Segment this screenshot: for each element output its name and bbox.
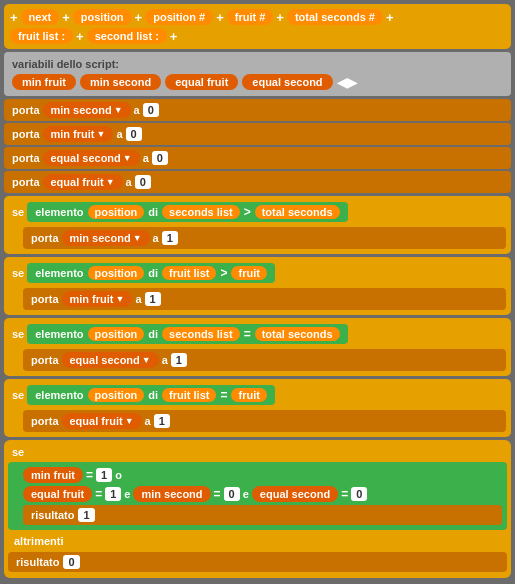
fruit-pill-4[interactable]: fruit	[231, 388, 266, 402]
porta-var-3[interactable]: equal second ▼	[43, 150, 140, 166]
position-pill-2[interactable]: position	[88, 266, 145, 280]
val-3: 0	[152, 151, 168, 165]
condition-1: elemento position di seconds list > tota…	[27, 202, 347, 222]
se-header-1: se elemento position di seconds list > t…	[7, 199, 508, 225]
variables-label: variabili dello script:	[12, 58, 503, 70]
plus-icon-8[interactable]: +	[170, 29, 178, 44]
position-pill-3[interactable]: position	[88, 327, 145, 341]
variable-pills: min fruit min second equal fruit equal s…	[12, 74, 503, 90]
fruit-list-pill-2[interactable]: fruit list	[162, 266, 216, 280]
plus-icon-7[interactable]: +	[76, 29, 84, 44]
porta-var-1[interactable]: min second ▼	[43, 102, 131, 118]
es-val: 0	[351, 487, 367, 501]
porta-var-4[interactable]: equal fruit ▼	[43, 174, 123, 190]
porta-label-s1: porta	[31, 232, 59, 244]
var-equal-second[interactable]: equal second	[242, 74, 332, 90]
porta-label-3: porta	[12, 152, 40, 164]
var-equal-fruit[interactable]: equal fruit	[165, 74, 238, 90]
plus-icon-2[interactable]: +	[62, 10, 70, 25]
cond-row-1: min fruit = 1 o	[23, 467, 502, 483]
big-se-block: se min fruit = 1 o equal fruit = 1 e min…	[4, 440, 511, 578]
total-seconds-pill-1[interactable]: total seconds	[255, 205, 340, 219]
var-min-second[interactable]: min second	[80, 74, 161, 90]
val-2: 0	[126, 127, 142, 141]
position-pill-4[interactable]: position	[88, 388, 145, 402]
val-1: 0	[143, 103, 159, 117]
a-label-s2: a	[135, 293, 141, 305]
se-label-3: se	[12, 328, 24, 340]
se-block-2: se elemento position di fruit list > fru…	[4, 257, 511, 315]
hat-block: + next + position + position # + fruit #…	[4, 4, 511, 49]
fruit-list-pill[interactable]: fruit list :	[10, 28, 73, 44]
porta-label-2: porta	[12, 128, 40, 140]
se-body-3: porta equal second ▼ a 1	[7, 347, 508, 373]
porta-var-s2[interactable]: min fruit ▼	[62, 291, 133, 307]
fruit-pill-2[interactable]: fruit	[231, 266, 266, 280]
se-big-label: se	[12, 446, 24, 458]
arrows-icon[interactable]: ◀▶	[337, 75, 357, 90]
total-seconds-pill-3[interactable]: total seconds	[255, 327, 340, 341]
plus-icon-4[interactable]: +	[216, 10, 224, 25]
a-label-4: a	[126, 176, 132, 188]
porta-min-fruit: porta min fruit ▼ a 0	[0, 123, 515, 145]
se-block-4: se elemento position di fruit list = fru…	[4, 379, 511, 437]
se-block-3: se elemento position di seconds list = t…	[4, 318, 511, 376]
condition-3: elemento position di seconds list = tota…	[27, 324, 347, 344]
position-pill-1[interactable]: position	[88, 205, 145, 219]
porta-var-2[interactable]: min fruit ▼	[43, 126, 114, 142]
se-label-4: se	[12, 389, 24, 401]
val-s1: 1	[162, 231, 178, 245]
di-label-4: di	[148, 389, 158, 401]
porta-label-1: porta	[12, 104, 40, 116]
position-hash-pill[interactable]: position #	[145, 9, 213, 25]
plus-icon-1[interactable]: +	[10, 10, 18, 25]
min-fruit-var[interactable]: min fruit	[23, 467, 83, 483]
se-header-2: se elemento position di fruit list > fru…	[7, 260, 508, 286]
total-seconds-pill[interactable]: total seconds #	[287, 9, 383, 25]
min-second-var[interactable]: min second	[133, 486, 210, 502]
gt-2: >	[220, 266, 227, 280]
elem-label-2: elemento	[35, 267, 83, 279]
o-label: o	[115, 469, 122, 481]
risultato-label-1: risultato	[31, 509, 74, 521]
a-label-2: a	[116, 128, 122, 140]
a-label-s3: a	[162, 354, 168, 366]
porta-var-s1[interactable]: min second ▼	[62, 230, 150, 246]
equal-second-var[interactable]: equal second	[252, 486, 338, 502]
a-label-3: a	[143, 152, 149, 164]
cond-row-2: equal fruit = 1 e min second = 0 e equal…	[23, 486, 502, 502]
mf-val: 1	[96, 468, 112, 482]
next-pill[interactable]: next	[21, 9, 60, 25]
a-label-s4: a	[145, 415, 151, 427]
elem-label-3: elemento	[35, 328, 83, 340]
eq-big-4: =	[341, 487, 348, 501]
second-list-pill[interactable]: second list :	[87, 28, 167, 44]
se-body-2: porta min fruit ▼ a 1	[7, 286, 508, 312]
plus-icon-6[interactable]: +	[386, 10, 394, 25]
porta-var-s3[interactable]: equal second ▼	[62, 352, 159, 368]
seconds-list-pill-1[interactable]: seconds list	[162, 205, 240, 219]
ef-val: 1	[105, 487, 121, 501]
position-pill[interactable]: position	[73, 9, 132, 25]
seconds-list-pill-3[interactable]: seconds list	[162, 327, 240, 341]
fruit-list-pill-4[interactable]: fruit list	[162, 388, 216, 402]
equal-fruit-var[interactable]: equal fruit	[23, 486, 92, 502]
porta-var-s4[interactable]: equal fruit ▼	[62, 413, 142, 429]
big-se-body: min fruit = 1 o equal fruit = 1 e min se…	[8, 462, 507, 530]
eq-big-2: =	[95, 487, 102, 501]
se-body-4: porta equal fruit ▼ a 1	[7, 408, 508, 434]
risultato-else-row: risultato 0	[8, 552, 507, 572]
plus-icon-3[interactable]: +	[135, 10, 143, 25]
se-header-3: se elemento position di seconds list = t…	[7, 321, 508, 347]
eq-big-3: =	[214, 487, 221, 501]
eq-4: =	[220, 388, 227, 402]
porta-min-second: porta min second ▼ a 0	[0, 99, 515, 121]
plus-icon-5[interactable]: +	[276, 10, 284, 25]
var-min-fruit[interactable]: min fruit	[12, 74, 76, 90]
di-label-3: di	[148, 328, 158, 340]
risultato-val-1: 1	[78, 508, 94, 522]
porta-label-4: porta	[12, 176, 40, 188]
fruit-hash-pill[interactable]: fruit #	[227, 9, 274, 25]
variables-section: variabili dello script: min fruit min se…	[4, 52, 511, 96]
e-label-1: e	[124, 488, 130, 500]
